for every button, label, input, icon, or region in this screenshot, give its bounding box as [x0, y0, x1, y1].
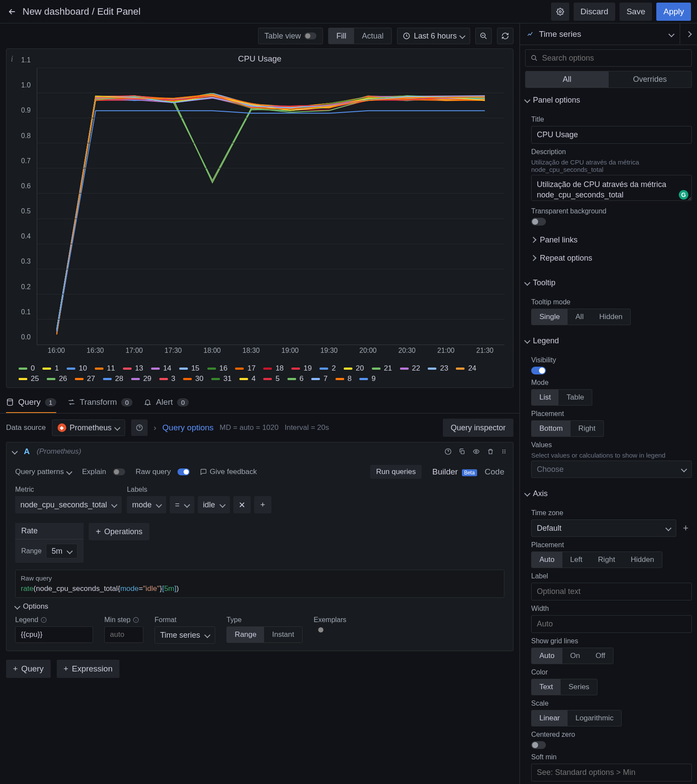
tab-overrides[interactable]: Overrides [609, 71, 692, 87]
legend-item[interactable]: 28 [103, 374, 123, 383]
legend-item[interactable]: 6 [287, 374, 303, 383]
viz-side-collapse[interactable] [680, 23, 697, 45]
legend-item[interactable]: 20 [344, 364, 364, 373]
scale-log[interactable]: Logarithmic [568, 710, 621, 726]
table-view-toggle[interactable]: Table view [258, 28, 323, 44]
raw-query-toggle[interactable]: Raw query [136, 468, 190, 476]
info-icon[interactable]: i [11, 54, 13, 64]
grid-auto[interactable]: Auto [532, 648, 562, 664]
section-panel-links[interactable]: Panel links [531, 231, 692, 249]
legend-item[interactable]: 5 [263, 374, 279, 383]
actual-option[interactable]: Actual [354, 28, 391, 44]
legend-item[interactable]: 30 [183, 374, 203, 383]
axis-placement-auto[interactable]: Auto [532, 552, 562, 568]
axis-label-input[interactable] [531, 583, 692, 600]
tab-alert[interactable]: Alert 0 [144, 392, 188, 413]
range-select[interactable]: 5m [46, 544, 77, 558]
run-queries-button[interactable]: Run queries [370, 465, 422, 479]
legend-item[interactable]: 9 [359, 374, 375, 383]
axis-color-text[interactable]: Text [532, 679, 561, 695]
centered-zero-toggle[interactable] [531, 741, 546, 749]
axis-width-input[interactable] [531, 615, 692, 633]
fill-option[interactable]: Fill [329, 28, 354, 44]
refresh-button[interactable] [497, 28, 513, 44]
options-collapse[interactable]: Options [15, 602, 504, 611]
legend-item[interactable]: 18 [263, 364, 284, 373]
visualization-type-select[interactable]: Time series [520, 29, 680, 39]
apply-button[interactable]: Apply [656, 3, 691, 21]
tooltip-all[interactable]: All [568, 309, 591, 325]
legend-values-select[interactable]: Choose [531, 461, 692, 478]
transparent-toggle[interactable] [531, 218, 546, 226]
feedback-link[interactable]: Give feedback [200, 468, 257, 476]
legend-item[interactable]: 27 [75, 374, 95, 383]
legend-item[interactable]: 8 [336, 374, 352, 383]
builder-tab[interactable]: Builder Beta [432, 467, 477, 477]
back-button[interactable] [6, 6, 18, 18]
axis-placement-hidden[interactable]: Hidden [623, 552, 662, 568]
legend-item[interactable]: 2 [319, 364, 336, 373]
section-legend[interactable]: Legend [525, 331, 692, 350]
save-button[interactable]: Save [620, 3, 652, 21]
time-range-picker[interactable]: Last 6 hours [397, 28, 470, 44]
label-value-select[interactable]: idle [198, 496, 230, 513]
datasource-help-button[interactable] [131, 419, 148, 436]
legend-item[interactable]: 29 [131, 374, 152, 383]
legend-item[interactable]: 11 [95, 364, 115, 373]
timezone-select[interactable]: Default [531, 519, 676, 537]
tab-query[interactable]: Query 1 [6, 392, 56, 413]
legend-item[interactable]: 26 [47, 374, 67, 383]
title-input[interactable] [531, 126, 692, 144]
info-icon[interactable] [133, 617, 139, 623]
query-toggle-visibility[interactable] [472, 448, 480, 455]
softmin-input[interactable] [531, 764, 692, 781]
info-icon[interactable] [41, 617, 47, 623]
label-key-select[interactable]: mode [127, 496, 166, 513]
legend-visibility-toggle[interactable] [531, 367, 546, 374]
legend-item[interactable]: 15 [179, 364, 200, 373]
legend-item[interactable]: 7 [311, 374, 327, 383]
add-expression-button[interactable]: +Expression [57, 660, 119, 678]
legend-item[interactable]: 14 [151, 364, 171, 373]
legend-placement-bottom[interactable]: Bottom [532, 421, 571, 436]
metric-select[interactable]: node_cpu_seconds_total [15, 496, 122, 513]
tooltip-hidden[interactable]: Hidden [591, 309, 630, 325]
code-tab[interactable]: Code [485, 467, 504, 477]
legend-item[interactable]: 22 [400, 364, 420, 373]
query-drag-handle[interactable] [501, 448, 507, 455]
tooltip-single[interactable]: Single [532, 309, 568, 325]
type-instant-option[interactable]: Instant [264, 627, 302, 642]
legend-item[interactable]: 13 [123, 364, 143, 373]
minstep-input[interactable] [104, 626, 143, 643]
axis-color-series[interactable]: Series [561, 679, 597, 695]
section-axis[interactable]: Axis [525, 484, 692, 503]
datasource-select[interactable]: ◆ Prometheus [52, 419, 125, 436]
settings-button[interactable] [551, 3, 569, 21]
type-range-option[interactable]: Range [227, 627, 264, 642]
search-options-input[interactable] [541, 53, 686, 63]
query-copy-button[interactable] [458, 448, 465, 455]
add-timezone-button[interactable]: + [680, 522, 692, 534]
query-options-link[interactable]: Query options [162, 423, 213, 432]
label-op-select[interactable]: = [170, 496, 194, 513]
query-help-button[interactable] [445, 448, 452, 455]
axis-placement-right[interactable]: Right [590, 552, 623, 568]
query-delete-button[interactable] [487, 448, 494, 455]
legend-item[interactable]: 23 [428, 364, 448, 373]
section-repeat-options[interactable]: Repeat options [531, 249, 692, 267]
description-input[interactable] [531, 175, 692, 201]
add-query-button[interactable]: +Query [6, 660, 51, 678]
collapse-query-button[interactable] [12, 448, 18, 455]
format-select[interactable]: Time series [155, 626, 215, 644]
legend-item[interactable]: 0 [19, 364, 35, 373]
axis-placement-left[interactable]: Left [562, 552, 590, 568]
zoom-out-button[interactable] [475, 28, 492, 44]
chart-area[interactable]: 0.00.10.20.30.40.50.60.70.80.91.01.1 16:… [6, 65, 513, 360]
legend-item[interactable]: 3 [159, 374, 175, 383]
legend-input[interactable] [15, 626, 93, 643]
query-patterns-dropdown[interactable]: Query patterns [15, 468, 71, 476]
legend-item[interactable]: 19 [291, 364, 312, 373]
discard-button[interactable]: Discard [574, 3, 615, 21]
tab-transform[interactable]: Transform 0 [68, 392, 132, 413]
legend-mode-table[interactable]: Table [558, 390, 592, 405]
